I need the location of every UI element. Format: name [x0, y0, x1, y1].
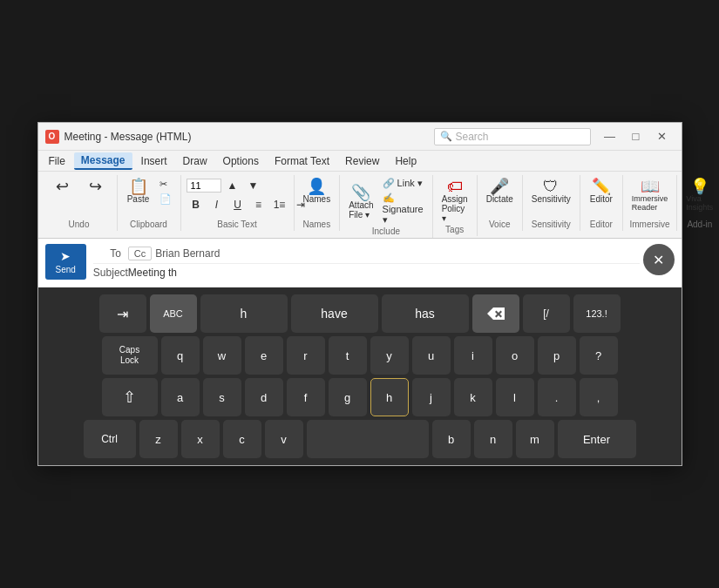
close-button[interactable]: ✕ [650, 127, 675, 146]
title-bar: O Meeting - Message (HTML) 🔍 Search — □ … [38, 123, 682, 151]
osk-num-key[interactable]: 123.! [573, 294, 621, 333]
osk-key-z[interactable]: z [139, 420, 178, 458]
subject-input[interactable]: Meeting th [128, 267, 640, 279]
send-button[interactable]: ➤ Send [45, 244, 86, 280]
font-size-down[interactable]: ▼ [244, 177, 263, 194]
osk-key-b[interactable]: b [432, 420, 471, 458]
osk-suggestion-have[interactable]: have [291, 294, 378, 333]
menu-review[interactable]: Review [338, 153, 386, 169]
osk-bracket-key[interactable]: [/ [523, 294, 570, 333]
osk-key-f[interactable]: f [287, 378, 325, 416]
osk-space-key[interactable] [307, 420, 429, 458]
osk-key-a[interactable]: a [161, 378, 200, 416]
close-compose-button[interactable]: ✕ [643, 244, 675, 275]
osk-key-k[interactable]: k [454, 378, 492, 416]
font-size-up[interactable]: ▲ [223, 177, 242, 194]
bullet-button[interactable]: ≡ [249, 196, 268, 213]
osk-caps-lock-key[interactable]: CapsLock [102, 336, 158, 375]
names-label: Names [303, 194, 331, 204]
menu-bar: File Message Insert Draw Options Format … [38, 151, 682, 172]
paste-button[interactable]: 📋 Paste [123, 177, 154, 206]
osk-key-c[interactable]: c [223, 420, 261, 458]
ribbon-group-immersive-label: Immersive [628, 220, 672, 231]
osk-key-l[interactable]: l [496, 378, 534, 416]
osk-key-d[interactable]: d [245, 378, 283, 416]
menu-options[interactable]: Options [216, 153, 266, 169]
osk-key-p[interactable]: p [538, 336, 576, 375]
menu-format-text[interactable]: Format Text [268, 153, 336, 169]
cc-button[interactable]: Cc [128, 247, 152, 260]
names-button[interactable]: 👤 Names [300, 177, 335, 206]
menu-help[interactable]: Help [388, 153, 424, 169]
search-box[interactable]: 🔍 Search [434, 128, 591, 145]
to-label: To [93, 247, 128, 260]
sensitivity-label: Sensitivity [532, 194, 571, 204]
copy-button[interactable]: 📄 [156, 193, 175, 206]
send-label: Send [56, 265, 76, 274]
osk-key-y[interactable]: y [370, 336, 409, 375]
osk-key-w[interactable]: w [203, 336, 241, 375]
sensitivity-button[interactable]: 🛡 Sensitivity [528, 177, 574, 206]
osk-backspace-key[interactable] [472, 294, 519, 333]
menu-draw[interactable]: Draw [176, 153, 214, 169]
osk-key-g[interactable]: g [329, 378, 367, 416]
osk-key-e[interactable]: e [245, 336, 283, 375]
ribbon-group-basic-text-label: Basic Text [187, 220, 288, 231]
osk-key-n[interactable]: n [474, 420, 512, 458]
signature-button[interactable]: ✍ Signature ▾ [379, 192, 427, 226]
osk-suggestion-has[interactable]: has [382, 294, 469, 333]
osk-key-s[interactable]: s [203, 378, 241, 416]
assign-policy-button[interactable]: 🏷 Assign Policy ▾ [438, 177, 471, 225]
osk-key-j[interactable]: j [412, 378, 451, 416]
numbering-button[interactable]: 1≡ [270, 196, 289, 213]
immersive-reader-button[interactable]: 📖 Immersive Reader [628, 177, 672, 213]
cut-button[interactable]: ✂ [156, 178, 175, 191]
menu-insert[interactable]: Insert [134, 153, 174, 169]
ribbon-group-names: 👤 Names Names [295, 175, 341, 231]
ribbon-group-names-label: Names [300, 220, 335, 231]
menu-file[interactable]: File [42, 153, 72, 169]
ribbon-group-undo: ↩ ↪ Undo [42, 175, 118, 231]
osk-key-comma[interactable]: , [580, 378, 618, 416]
ribbon-group-tags-label: Tags [438, 225, 471, 236]
osk-key-question[interactable]: ? [580, 336, 618, 375]
osk-abc-key[interactable]: ABC [150, 294, 197, 333]
immersive-reader-label: Immersive Reader [632, 194, 668, 212]
osk-shift-key[interactable]: ⇧ [102, 378, 158, 416]
osk-enter-key[interactable]: Enter [558, 420, 636, 458]
ribbon: ↩ ↪ Undo 📋 Paste ✂ 📄 [38, 172, 682, 239]
osk-key-period[interactable]: . [538, 378, 576, 416]
dictate-button[interactable]: 🎤 Dictate [483, 177, 517, 206]
to-input[interactable]: Brian Bernard [155, 247, 639, 260]
osk-key-u[interactable]: u [412, 336, 451, 375]
osk-key-t[interactable]: t [329, 336, 367, 375]
link-button[interactable]: 🔗 Link ▾ [379, 177, 427, 190]
osk-key-r[interactable]: r [287, 336, 325, 375]
viva-insights-button[interactable]: 💡 Viva Insights [682, 177, 716, 213]
minimize-button[interactable]: — [598, 127, 622, 146]
bold-button[interactable]: B [187, 196, 206, 213]
redo-button[interactable]: ↪ [80, 177, 112, 196]
attach-file-button[interactable]: 📎 Attach File ▾ [345, 183, 376, 221]
editor-button[interactable]: ✏️ Editor [586, 177, 617, 206]
osk-key-m[interactable]: m [516, 420, 554, 458]
osk-key-o[interactable]: o [496, 336, 534, 375]
send-button-wrapper: ➤ Send [45, 244, 86, 280]
maximize-button[interactable]: □ [624, 127, 648, 146]
osk-key-x[interactable]: x [181, 420, 220, 458]
osk-suggestion-h[interactable]: h [200, 294, 288, 333]
osk-tab-key[interactable]: ⇥ [99, 294, 146, 333]
paste-label: Paste [127, 194, 150, 204]
undo-button[interactable]: ↩ [47, 177, 78, 196]
osk-key-q[interactable]: q [161, 336, 200, 375]
underline-button[interactable]: U [228, 196, 248, 213]
ribbon-group-addin: 💡 Viva Insights Add-in [677, 175, 719, 231]
menu-message[interactable]: Message [74, 152, 132, 170]
osk-row3: Ctrl z x c v b n m Enter [44, 420, 676, 458]
osk-key-h[interactable]: h [370, 378, 409, 416]
italic-button[interactable]: I [207, 196, 227, 213]
osk-ctrl-key[interactable]: Ctrl [84, 420, 136, 458]
osk-key-v[interactable]: v [265, 420, 303, 458]
font-size-input[interactable] [187, 179, 221, 193]
osk-key-i[interactable]: i [454, 336, 492, 375]
